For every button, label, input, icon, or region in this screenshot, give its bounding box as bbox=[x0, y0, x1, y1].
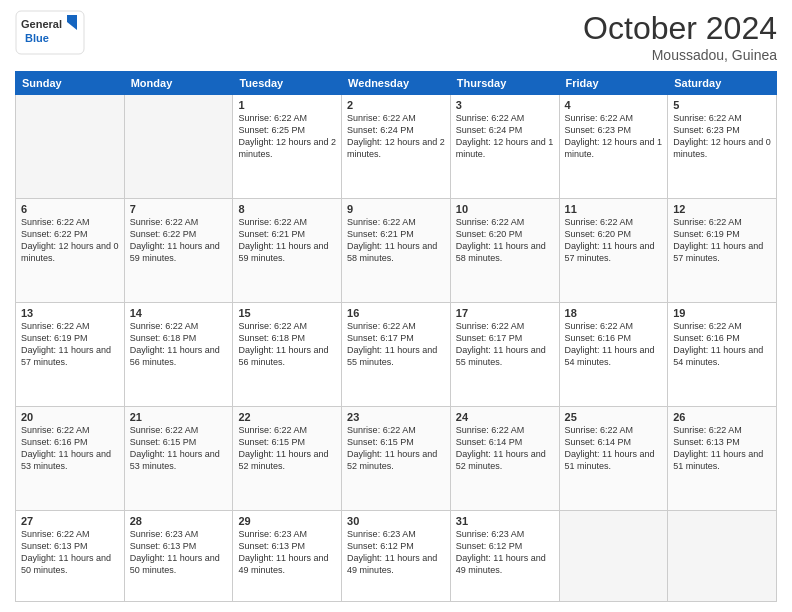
day-cell-5: 5 Sunrise: 6:22 AM Sunset: 6:23 PM Dayli… bbox=[668, 95, 777, 199]
week-row-2: 6 Sunrise: 6:22 AM Sunset: 6:22 PM Dayli… bbox=[16, 198, 777, 302]
day-number: 7 bbox=[130, 203, 228, 215]
week-row-5: 27 Sunrise: 6:22 AM Sunset: 6:13 PM Dayl… bbox=[16, 510, 777, 601]
day-cell-31: 31 Sunrise: 6:23 AM Sunset: 6:12 PM Dayl… bbox=[450, 510, 559, 601]
day-cell-21: 21 Sunrise: 6:22 AM Sunset: 6:15 PM Dayl… bbox=[124, 406, 233, 510]
day-info: Sunrise: 6:23 AM Sunset: 6:12 PM Dayligh… bbox=[347, 528, 445, 577]
day-info: Sunrise: 6:22 AM Sunset: 6:14 PM Dayligh… bbox=[565, 424, 663, 473]
day-cell-22: 22 Sunrise: 6:22 AM Sunset: 6:15 PM Dayl… bbox=[233, 406, 342, 510]
day-cell-2: 2 Sunrise: 6:22 AM Sunset: 6:24 PM Dayli… bbox=[342, 95, 451, 199]
week-row-4: 20 Sunrise: 6:22 AM Sunset: 6:16 PM Dayl… bbox=[16, 406, 777, 510]
day-info: Sunrise: 6:22 AM Sunset: 6:13 PM Dayligh… bbox=[21, 528, 119, 577]
day-cell-4: 4 Sunrise: 6:22 AM Sunset: 6:23 PM Dayli… bbox=[559, 95, 668, 199]
day-info: Sunrise: 6:22 AM Sunset: 6:23 PM Dayligh… bbox=[673, 112, 771, 161]
day-info: Sunrise: 6:22 AM Sunset: 6:23 PM Dayligh… bbox=[565, 112, 663, 161]
day-number: 8 bbox=[238, 203, 336, 215]
day-cell-18: 18 Sunrise: 6:22 AM Sunset: 6:16 PM Dayl… bbox=[559, 302, 668, 406]
day-info: Sunrise: 6:22 AM Sunset: 6:22 PM Dayligh… bbox=[130, 216, 228, 265]
col-header-sunday: Sunday bbox=[16, 72, 125, 95]
day-cell-3: 3 Sunrise: 6:22 AM Sunset: 6:24 PM Dayli… bbox=[450, 95, 559, 199]
day-cell-8: 8 Sunrise: 6:22 AM Sunset: 6:21 PM Dayli… bbox=[233, 198, 342, 302]
header-row: SundayMondayTuesdayWednesdayThursdayFrid… bbox=[16, 72, 777, 95]
day-number: 31 bbox=[456, 515, 554, 527]
day-info: Sunrise: 6:22 AM Sunset: 6:13 PM Dayligh… bbox=[673, 424, 771, 473]
day-cell-20: 20 Sunrise: 6:22 AM Sunset: 6:16 PM Dayl… bbox=[16, 406, 125, 510]
day-number: 13 bbox=[21, 307, 119, 319]
empty-cell bbox=[559, 510, 668, 601]
day-number: 5 bbox=[673, 99, 771, 111]
day-number: 25 bbox=[565, 411, 663, 423]
day-info: Sunrise: 6:23 AM Sunset: 6:12 PM Dayligh… bbox=[456, 528, 554, 577]
col-header-friday: Friday bbox=[559, 72, 668, 95]
title-block: October 2024 Moussadou, Guinea bbox=[583, 10, 777, 63]
day-info: Sunrise: 6:22 AM Sunset: 6:21 PM Dayligh… bbox=[347, 216, 445, 265]
day-cell-14: 14 Sunrise: 6:22 AM Sunset: 6:18 PM Dayl… bbox=[124, 302, 233, 406]
svg-text:Blue: Blue bbox=[25, 32, 49, 44]
day-number: 9 bbox=[347, 203, 445, 215]
day-info: Sunrise: 6:22 AM Sunset: 6:22 PM Dayligh… bbox=[21, 216, 119, 265]
day-number: 14 bbox=[130, 307, 228, 319]
day-info: Sunrise: 6:22 AM Sunset: 6:14 PM Dayligh… bbox=[456, 424, 554, 473]
day-info: Sunrise: 6:22 AM Sunset: 6:16 PM Dayligh… bbox=[565, 320, 663, 369]
day-cell-24: 24 Sunrise: 6:22 AM Sunset: 6:14 PM Dayl… bbox=[450, 406, 559, 510]
day-cell-11: 11 Sunrise: 6:22 AM Sunset: 6:20 PM Dayl… bbox=[559, 198, 668, 302]
day-cell-6: 6 Sunrise: 6:22 AM Sunset: 6:22 PM Dayli… bbox=[16, 198, 125, 302]
col-header-monday: Monday bbox=[124, 72, 233, 95]
location: Moussadou, Guinea bbox=[583, 47, 777, 63]
day-info: Sunrise: 6:22 AM Sunset: 6:16 PM Dayligh… bbox=[21, 424, 119, 473]
day-cell-26: 26 Sunrise: 6:22 AM Sunset: 6:13 PM Dayl… bbox=[668, 406, 777, 510]
day-number: 2 bbox=[347, 99, 445, 111]
empty-cell bbox=[16, 95, 125, 199]
day-cell-19: 19 Sunrise: 6:22 AM Sunset: 6:16 PM Dayl… bbox=[668, 302, 777, 406]
day-cell-1: 1 Sunrise: 6:22 AM Sunset: 6:25 PM Dayli… bbox=[233, 95, 342, 199]
logo: General Blue bbox=[15, 10, 85, 55]
day-cell-13: 13 Sunrise: 6:22 AM Sunset: 6:19 PM Dayl… bbox=[16, 302, 125, 406]
week-row-1: 1 Sunrise: 6:22 AM Sunset: 6:25 PM Dayli… bbox=[16, 95, 777, 199]
day-number: 4 bbox=[565, 99, 663, 111]
day-info: Sunrise: 6:22 AM Sunset: 6:25 PM Dayligh… bbox=[238, 112, 336, 161]
day-number: 28 bbox=[130, 515, 228, 527]
day-cell-25: 25 Sunrise: 6:22 AM Sunset: 6:14 PM Dayl… bbox=[559, 406, 668, 510]
day-number: 24 bbox=[456, 411, 554, 423]
day-cell-27: 27 Sunrise: 6:22 AM Sunset: 6:13 PM Dayl… bbox=[16, 510, 125, 601]
day-info: Sunrise: 6:22 AM Sunset: 6:20 PM Dayligh… bbox=[456, 216, 554, 265]
day-info: Sunrise: 6:23 AM Sunset: 6:13 PM Dayligh… bbox=[238, 528, 336, 577]
day-cell-12: 12 Sunrise: 6:22 AM Sunset: 6:19 PM Dayl… bbox=[668, 198, 777, 302]
day-cell-16: 16 Sunrise: 6:22 AM Sunset: 6:17 PM Dayl… bbox=[342, 302, 451, 406]
day-info: Sunrise: 6:22 AM Sunset: 6:17 PM Dayligh… bbox=[456, 320, 554, 369]
day-info: Sunrise: 6:22 AM Sunset: 6:24 PM Dayligh… bbox=[456, 112, 554, 161]
day-info: Sunrise: 6:22 AM Sunset: 6:18 PM Dayligh… bbox=[130, 320, 228, 369]
day-number: 27 bbox=[21, 515, 119, 527]
day-cell-29: 29 Sunrise: 6:23 AM Sunset: 6:13 PM Dayl… bbox=[233, 510, 342, 601]
day-info: Sunrise: 6:22 AM Sunset: 6:19 PM Dayligh… bbox=[21, 320, 119, 369]
day-info: Sunrise: 6:22 AM Sunset: 6:20 PM Dayligh… bbox=[565, 216, 663, 265]
col-header-thursday: Thursday bbox=[450, 72, 559, 95]
empty-cell bbox=[124, 95, 233, 199]
day-cell-15: 15 Sunrise: 6:22 AM Sunset: 6:18 PM Dayl… bbox=[233, 302, 342, 406]
day-cell-17: 17 Sunrise: 6:22 AM Sunset: 6:17 PM Dayl… bbox=[450, 302, 559, 406]
col-header-wednesday: Wednesday bbox=[342, 72, 451, 95]
month-title: October 2024 bbox=[583, 10, 777, 47]
day-cell-28: 28 Sunrise: 6:23 AM Sunset: 6:13 PM Dayl… bbox=[124, 510, 233, 601]
day-number: 20 bbox=[21, 411, 119, 423]
day-info: Sunrise: 6:22 AM Sunset: 6:19 PM Dayligh… bbox=[673, 216, 771, 265]
page: General Blue October 2024 Moussadou, Gui… bbox=[0, 0, 792, 612]
day-info: Sunrise: 6:22 AM Sunset: 6:17 PM Dayligh… bbox=[347, 320, 445, 369]
day-info: Sunrise: 6:22 AM Sunset: 6:15 PM Dayligh… bbox=[130, 424, 228, 473]
day-cell-10: 10 Sunrise: 6:22 AM Sunset: 6:20 PM Dayl… bbox=[450, 198, 559, 302]
calendar: SundayMondayTuesdayWednesdayThursdayFrid… bbox=[15, 71, 777, 602]
day-info: Sunrise: 6:22 AM Sunset: 6:15 PM Dayligh… bbox=[238, 424, 336, 473]
day-number: 11 bbox=[565, 203, 663, 215]
day-number: 29 bbox=[238, 515, 336, 527]
day-number: 3 bbox=[456, 99, 554, 111]
week-row-3: 13 Sunrise: 6:22 AM Sunset: 6:19 PM Dayl… bbox=[16, 302, 777, 406]
empty-cell bbox=[668, 510, 777, 601]
col-header-saturday: Saturday bbox=[668, 72, 777, 95]
day-number: 22 bbox=[238, 411, 336, 423]
day-number: 26 bbox=[673, 411, 771, 423]
header: General Blue October 2024 Moussadou, Gui… bbox=[15, 10, 777, 63]
day-cell-30: 30 Sunrise: 6:23 AM Sunset: 6:12 PM Dayl… bbox=[342, 510, 451, 601]
day-info: Sunrise: 6:23 AM Sunset: 6:13 PM Dayligh… bbox=[130, 528, 228, 577]
day-number: 30 bbox=[347, 515, 445, 527]
day-cell-9: 9 Sunrise: 6:22 AM Sunset: 6:21 PM Dayli… bbox=[342, 198, 451, 302]
logo-svg: General Blue bbox=[15, 10, 85, 55]
